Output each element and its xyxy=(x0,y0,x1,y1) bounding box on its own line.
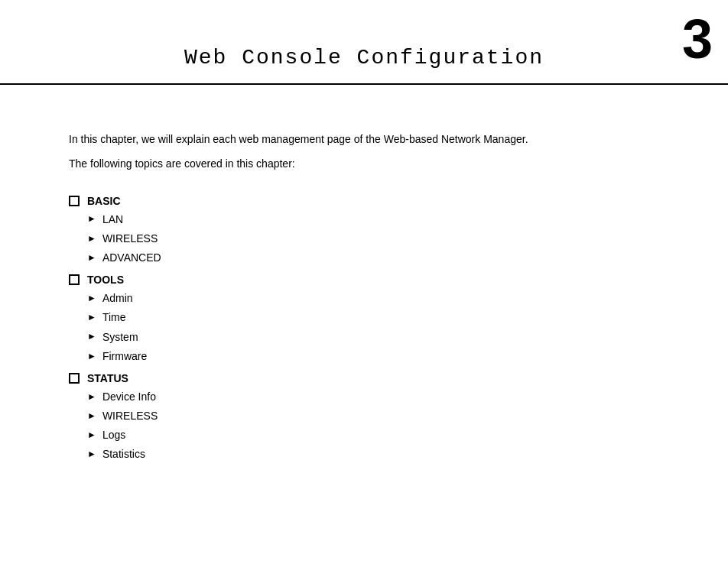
intro-line2: The following topics are covered in this… xyxy=(69,155,659,173)
list-item: ► System xyxy=(87,328,659,347)
arrow-icon: ► xyxy=(87,250,96,267)
list-item: ► WIRELESS xyxy=(87,407,659,426)
status-item-1: WIRELESS xyxy=(102,407,158,426)
checkbox-basic xyxy=(69,196,80,206)
tools-item-1: Time xyxy=(102,308,126,327)
tools-item-0: Admin xyxy=(102,289,133,308)
chapter-number: 3 xyxy=(682,8,713,70)
section-tools-label: TOOLS xyxy=(87,274,124,286)
basic-item-2: ADVANCED xyxy=(102,248,161,267)
section-status: STATUS ► Device Info ► WIRELESS ► Logs ►… xyxy=(69,372,659,465)
arrow-icon: ► xyxy=(87,389,96,406)
arrow-icon: ► xyxy=(87,427,96,444)
section-basic-label: BASIC xyxy=(87,195,121,207)
list-item: ► Logs xyxy=(87,426,659,445)
arrow-icon: ► xyxy=(87,211,96,228)
intro-line1: In this chapter, we will explain each we… xyxy=(69,131,659,149)
list-item: ► Device Info xyxy=(87,387,659,407)
arrow-icon: ► xyxy=(87,446,96,463)
section-tools: TOOLS ► Admin ► Time ► System ► Firmware xyxy=(69,274,659,366)
section-status-label: STATUS xyxy=(87,372,128,384)
status-sub-list: ► Device Info ► WIRELESS ► Logs ► Statis… xyxy=(87,387,659,465)
list-item: ► Admin xyxy=(87,289,659,308)
arrow-icon: ► xyxy=(87,329,96,345)
section-basic-header: BASIC xyxy=(69,195,659,207)
status-item-3: Statistics xyxy=(102,445,145,464)
checkbox-tools xyxy=(69,274,80,285)
status-item-0: Device Info xyxy=(102,387,156,407)
arrow-icon: ► xyxy=(87,408,96,425)
chapter-title: Web Console Configuration xyxy=(0,0,728,83)
checkbox-status xyxy=(69,373,80,384)
status-item-2: Logs xyxy=(102,426,125,445)
arrow-icon: ► xyxy=(87,231,96,248)
arrow-icon: ► xyxy=(87,309,96,326)
content-area: In this chapter, we will explain each we… xyxy=(0,85,728,501)
arrow-icon: ► xyxy=(87,348,96,365)
list-item: ► Firmware xyxy=(87,347,659,366)
list-item: ► Time xyxy=(87,308,659,327)
tools-item-3: Firmware xyxy=(102,347,147,366)
basic-sub-list: ► LAN ► WIRELESS ► ADVANCED xyxy=(87,210,659,268)
basic-item-0: LAN xyxy=(102,210,123,229)
list-item: ► ADVANCED xyxy=(87,248,659,267)
basic-item-1: WIRELESS xyxy=(102,229,158,248)
section-basic: BASIC ► LAN ► WIRELESS ► ADVANCED xyxy=(69,195,659,268)
section-tools-header: TOOLS xyxy=(69,274,659,286)
tools-sub-list: ► Admin ► Time ► System ► Firmware xyxy=(87,289,659,366)
section-status-header: STATUS xyxy=(69,372,659,384)
topic-list: BASIC ► LAN ► WIRELESS ► ADVANCED xyxy=(69,195,659,465)
list-item: ► Statistics xyxy=(87,445,659,464)
list-item: ► WIRELESS xyxy=(87,229,659,248)
list-item: ► LAN xyxy=(87,210,659,229)
tools-item-2: System xyxy=(102,328,138,347)
arrow-icon: ► xyxy=(87,290,96,307)
